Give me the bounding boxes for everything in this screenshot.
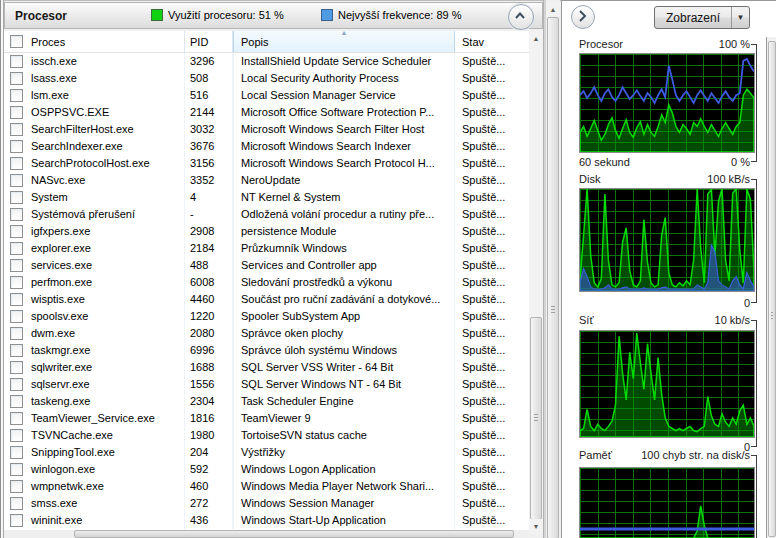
row-checkbox[interactable] <box>10 140 23 153</box>
table-scrollbar-thumb[interactable] <box>530 317 542 520</box>
status-cell: Spuště... <box>455 376 529 393</box>
row-checkbox[interactable] <box>10 514 23 527</box>
window-scrollbar-thumb[interactable] <box>547 17 559 538</box>
select-all-checkbox[interactable] <box>10 35 23 48</box>
graphs-scrollbar-thumb[interactable] <box>768 41 776 537</box>
pid-cell: 2080 <box>185 325 233 342</box>
row-checkbox[interactable] <box>10 174 23 187</box>
window-vertical-scrollbar[interactable]: ▲ <box>545 0 560 538</box>
table-row[interactable]: winlogon.exe592Windows Logon Application… <box>4 461 529 478</box>
window-scroll-up-button[interactable]: ▲ <box>546 2 560 16</box>
collapse-section-button[interactable] <box>508 4 534 30</box>
table-row[interactable]: Systémová přerušení-Odložená volání proc… <box>4 206 529 223</box>
table-row[interactable]: wininit.exe436Windows Start-Up Applicati… <box>4 512 529 529</box>
column-header-stav[interactable]: Stav <box>455 31 529 52</box>
row-checkbox[interactable] <box>10 242 23 255</box>
expand-pane-button[interactable] <box>571 5 595 29</box>
pid-cell: 3032 <box>185 121 233 138</box>
scroll-up-button[interactable]: ▲ <box>529 31 543 46</box>
pid-cell: 1556 <box>185 376 233 393</box>
row-checkbox[interactable] <box>10 191 23 204</box>
table-row[interactable]: dwm.exe2080Správce oken plochySpuště... <box>4 325 529 342</box>
row-checkbox[interactable] <box>10 480 23 493</box>
table-row[interactable]: OSPPSVC.EXE2144Microsoft Office Software… <box>4 104 529 121</box>
table-row[interactable]: perfmon.exe6008Sledování prostředků a vý… <box>4 274 529 291</box>
pid-cell: 6008 <box>185 274 233 291</box>
table-row[interactable]: TSVNCache.exe1980TortoiseSVN status cach… <box>4 427 529 444</box>
memory-graph-labels: Paměť 100 chyb str. na disk/s <box>579 449 750 463</box>
table-row[interactable]: sqlwriter.exe1688SQL Server VSS Writer -… <box>4 359 529 376</box>
table-row[interactable]: taskeng.exe2304Task Scheduler EngineSpuš… <box>4 393 529 410</box>
row-checkbox[interactable] <box>10 259 23 272</box>
column-header-proces[interactable]: Proces <box>4 31 185 52</box>
column-header-popis[interactable]: ▲ Popis <box>233 31 455 52</box>
row-checkbox[interactable] <box>10 497 23 510</box>
row-checkbox[interactable] <box>10 361 23 374</box>
table-row[interactable]: SearchProtocolHost.exe3156Microsoft Wind… <box>4 155 529 172</box>
views-button[interactable]: Zobrazení ▼ <box>654 6 750 29</box>
row-checkbox[interactable] <box>10 123 23 136</box>
table-row[interactable]: wisptis.exe4460Součást pro ruční zadáván… <box>4 291 529 308</box>
row-checkbox[interactable] <box>10 72 23 85</box>
description-cell: Windows Session Manager <box>233 495 455 512</box>
column-header-pid[interactable]: PID <box>185 31 233 52</box>
row-checkbox[interactable] <box>10 157 23 170</box>
description-cell: Správce oken plochy <box>233 325 455 342</box>
table-row[interactable]: smss.exe272Windows Session ManagerSpuště… <box>4 495 529 512</box>
table-row[interactable]: taskmgr.exe6996Správce úloh systému Wind… <box>4 342 529 359</box>
table-horizontal-scrollbar[interactable] <box>4 530 529 538</box>
row-checkbox[interactable] <box>10 276 23 289</box>
row-checkbox[interactable] <box>10 412 23 425</box>
status-cell: Spuště... <box>455 223 529 240</box>
row-checkbox[interactable] <box>10 378 23 391</box>
table-row[interactable]: lsm.exe516Local Session Manager ServiceS… <box>4 87 529 104</box>
row-checkbox[interactable] <box>10 429 23 442</box>
row-checkbox[interactable] <box>10 463 23 476</box>
table-row[interactable]: SearchFilterHost.exe3032Microsoft Window… <box>4 121 529 138</box>
pid-cell: 516 <box>185 87 233 104</box>
description-cell: Sledování prostředků a výkonu <box>233 274 455 291</box>
network-graph-title: Síť <box>579 314 594 326</box>
table-row[interactable]: TeamViewer_Service.exe1816TeamViewer 9Sp… <box>4 410 529 427</box>
table-vertical-scrollbar[interactable]: ▲ ▼ <box>529 31 543 534</box>
description-cell: Výstřižky <box>233 444 455 461</box>
process-cell: wmpnetwk.exe <box>4 478 185 495</box>
table-row[interactable]: sqlservr.exe1556SQL Server Windows NT - … <box>4 376 529 393</box>
process-name: services.exe <box>31 257 92 274</box>
row-checkbox[interactable] <box>10 310 23 323</box>
status-cell: Spuště... <box>455 478 529 495</box>
scroll-down-button[interactable]: ▼ <box>529 519 543 534</box>
process-name: issch.exe <box>31 53 77 70</box>
row-checkbox[interactable] <box>10 293 23 306</box>
row-checkbox[interactable] <box>10 446 23 459</box>
status-cell: Spuště... <box>455 342 529 359</box>
horizontal-scrollbar-thumb[interactable] <box>74 530 514 538</box>
pid-cell: 460 <box>185 478 233 495</box>
description-cell: Microsoft Windows Search Filter Host <box>233 121 455 138</box>
table-row[interactable]: explorer.exe2184Průzkumník WindowsSpuště… <box>4 240 529 257</box>
table-row[interactable]: spoolsv.exe1220Spooler SubSystem AppSpuš… <box>4 308 529 325</box>
table-row[interactable]: services.exe488Services and Controller a… <box>4 257 529 274</box>
graphs-pane-scrollbar[interactable] <box>766 37 776 538</box>
process-name: TeamViewer_Service.exe <box>31 410 155 427</box>
table-row[interactable]: SnippingTool.exe204VýstřižkySpuště... <box>4 444 529 461</box>
row-checkbox[interactable] <box>10 395 23 408</box>
row-checkbox[interactable] <box>10 89 23 102</box>
pid-cell: 1816 <box>185 410 233 427</box>
table-row[interactable]: NASvc.exe3352NeroUpdateSpuště... <box>4 172 529 189</box>
description-cell: Spooler SubSystem App <box>233 308 455 325</box>
row-checkbox[interactable] <box>10 55 23 68</box>
row-checkbox[interactable] <box>10 225 23 238</box>
table-row[interactable]: igfxpers.exe2908persistence ModuleSpuště… <box>4 223 529 240</box>
row-checkbox[interactable] <box>10 106 23 119</box>
table-row[interactable]: System4NT Kernel & SystemSpuště... <box>4 189 529 206</box>
table-row[interactable]: SearchIndexer.exe3676Microsoft Windows S… <box>4 138 529 155</box>
table-row[interactable]: lsass.exe508Local Security Authority Pro… <box>4 70 529 87</box>
row-checkbox[interactable] <box>10 208 23 221</box>
row-checkbox[interactable] <box>10 344 23 357</box>
description-cell: Task Scheduler Engine <box>233 393 455 410</box>
row-checkbox[interactable] <box>10 327 23 340</box>
process-cell: TeamViewer_Service.exe <box>4 410 185 427</box>
table-row[interactable]: wmpnetwk.exe460Windows Media Player Netw… <box>4 478 529 495</box>
table-row[interactable]: issch.exe3296InstallShield Update Servic… <box>4 53 529 70</box>
